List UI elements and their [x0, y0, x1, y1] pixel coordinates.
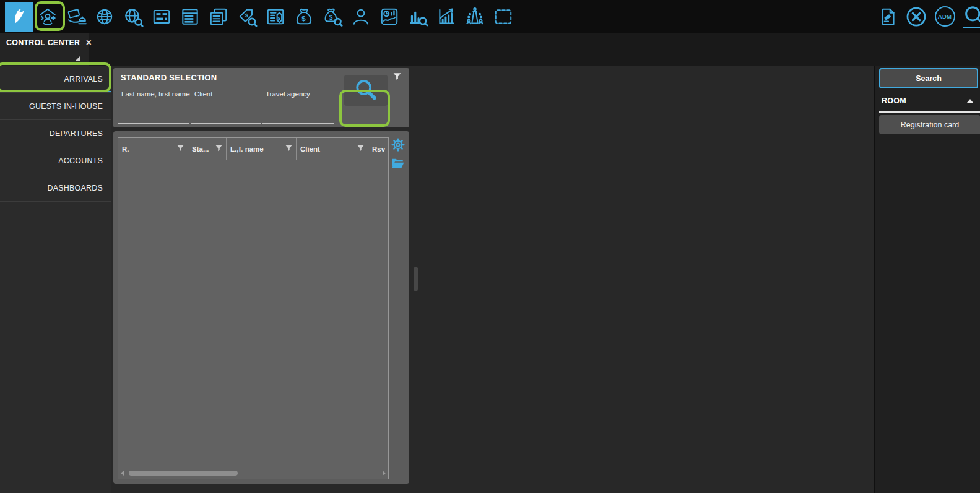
main-toolbar: $ $ $ $ — [0, 0, 980, 33]
column-filter-icon[interactable] — [215, 144, 223, 155]
horizontal-scrollbar[interactable] — [121, 470, 386, 476]
tab-label: CONTROL CENTER — [6, 38, 80, 47]
travel-agency-label: Travel agency — [262, 90, 310, 98]
tab-control-center[interactable]: CONTROL CENTER ✕ — [0, 33, 89, 66]
grid-settings-gear-icon[interactable] — [391, 137, 405, 155]
brand-logo[interactable] — [5, 2, 33, 32]
standard-selection-panel: STANDARD SELECTION Last name, first name… — [113, 68, 409, 127]
grid-tools — [389, 137, 407, 172]
column-header-status[interactable]: Sta... — [188, 138, 227, 160]
filter-funnel-icon[interactable] — [392, 72, 402, 84]
lists-stack-icon[interactable] — [204, 0, 233, 33]
clear-document-icon[interactable] — [874, 0, 902, 33]
svg-text:$: $ — [278, 15, 281, 21]
scrollbar-thumb[interactable] — [129, 471, 238, 476]
last-name-label: Last name, first name — [118, 90, 190, 98]
field-client: Client — [191, 90, 212, 98]
last-name-input[interactable] — [118, 113, 189, 124]
column-header-client[interactable]: Client — [297, 138, 368, 160]
room-section-label: ROOM — [882, 96, 906, 105]
swoosh-logo-icon — [7, 5, 31, 28]
sidebar-item-guests-in-house[interactable]: GUESTS IN-HOUSE — [0, 93, 111, 120]
column-filter-icon[interactable] — [285, 144, 293, 155]
quick-search-icon[interactable] — [959, 0, 980, 33]
quick-search-underline — [963, 27, 980, 28]
toolbar-right-group: ADM — [874, 0, 980, 33]
room-plan-icon[interactable] — [147, 0, 176, 33]
globe-icon[interactable] — [90, 0, 119, 33]
price-tag-search-icon[interactable]: $ — [233, 0, 261, 33]
sidebar-item-departures[interactable]: DEPARTURES — [0, 120, 111, 147]
right-search-button[interactable]: Search — [879, 68, 978, 88]
sidebar-item-dashboards[interactable]: DASHBOARDS — [0, 174, 111, 202]
dashboard-tile-icon[interactable] — [375, 0, 404, 33]
scroll-right-arrow-icon[interactable] — [383, 471, 386, 476]
application-window: $ $ $ $ — [0, 0, 980, 493]
search-button[interactable] — [344, 75, 388, 106]
user-badge[interactable]: ADM — [930, 0, 959, 33]
field-travel-agency: Travel agency — [262, 90, 310, 98]
right-action-panel: Search ROOM Registration card — [874, 66, 980, 493]
reservation-list-icon[interactable] — [176, 0, 204, 33]
sidebar-item-arrivals[interactable]: ARRIVALS — [0, 66, 111, 93]
column-filter-icon[interactable] — [176, 144, 184, 155]
event-mountain-icon[interactable] — [461, 0, 489, 33]
money-bag-search-icon[interactable]: $ — [318, 0, 347, 33]
front-desk-icon[interactable] — [62, 0, 90, 33]
user-badge-label: ADM — [938, 13, 952, 20]
sidebar-item-accounts[interactable]: ACCOUNTS — [0, 147, 111, 174]
results-grid-header: R. Sta... L.,f. name — [118, 138, 388, 160]
standard-selection-title: STANDARD SELECTION — [121, 73, 217, 82]
travel-agency-input[interactable] — [262, 113, 334, 124]
sidebar-nav: ARRIVALS GUESTS IN-HOUSE DEPARTURES ACCO… — [0, 66, 111, 493]
bar-chart-search-icon[interactable] — [404, 0, 432, 33]
column-header-room[interactable]: R. — [118, 138, 188, 160]
tab-close-icon[interactable]: ✕ — [85, 38, 92, 47]
collapse-arrow-icon — [967, 99, 973, 103]
globe-search-icon[interactable] — [119, 0, 147, 33]
dashed-frame-icon[interactable] — [489, 0, 518, 33]
results-grid: R. Sta... L.,f. name — [118, 137, 389, 479]
room-section-underline — [879, 111, 980, 113]
svg-text:$: $ — [329, 14, 333, 20]
client-input[interactable] — [191, 113, 261, 124]
panel-splitter-handle[interactable] — [414, 267, 418, 291]
tab-bar: CONTROL CENTER ✕ — [0, 33, 980, 66]
results-grid-body — [118, 160, 388, 469]
column-header-name[interactable]: L.,f. name — [227, 138, 297, 160]
room-section-header[interactable]: ROOM — [875, 93, 980, 109]
growth-chart-icon[interactable] — [432, 0, 461, 33]
rate-window-icon[interactable]: $ — [261, 0, 290, 33]
tab-corner-triangle-icon[interactable] — [76, 56, 80, 61]
svg-text:$: $ — [301, 14, 306, 22]
user-badge-circle: ADM — [935, 6, 955, 27]
registration-card-button[interactable]: Registration card — [879, 115, 980, 134]
column-header-rsv[interactable]: Rsv — [368, 138, 388, 160]
column-filter-icon[interactable] — [357, 144, 365, 155]
person-icon[interactable] — [347, 0, 375, 33]
money-bag-icon[interactable]: $ — [290, 0, 318, 33]
results-table-panel: R. Sta... L.,f. name — [113, 131, 409, 484]
control-center-icon[interactable] — [33, 0, 62, 33]
client-label: Client — [191, 90, 212, 98]
field-last-name: Last name, first name — [118, 90, 190, 98]
svg-text:$: $ — [245, 12, 248, 19]
search-magnifier-icon — [353, 77, 379, 103]
scroll-left-arrow-icon[interactable] — [121, 471, 124, 476]
close-circle-icon[interactable] — [902, 0, 930, 33]
open-folder-icon[interactable] — [391, 157, 405, 172]
standard-selection-body: Last name, first name Client Travel agen… — [113, 87, 409, 127]
